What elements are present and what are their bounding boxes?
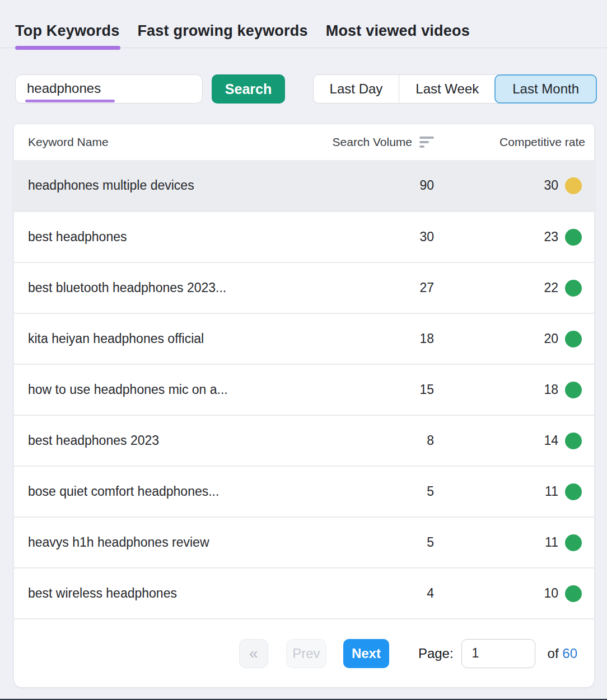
search-volume-cell: 27 [294, 280, 434, 295]
table-row[interactable]: heavys h1h headphones review 5 11 [14, 516, 594, 567]
results-table-card: Keyword Name Search Volume Competitive r… [14, 124, 594, 687]
column-header-keyword-name: Keyword Name [14, 135, 294, 149]
table-header-row: Keyword Name Search Volume Competitive r… [14, 124, 594, 160]
column-header-search-volume[interactable]: Search Volume [294, 135, 434, 149]
rate-value: 30 [544, 178, 558, 193]
tab-most-viewed-videos[interactable]: Most viewed videos [326, 22, 470, 48]
search-volume-cell: 5 [294, 484, 434, 499]
time-filter-group: Last Day Last Week Last Month [313, 74, 597, 104]
tab-fast-growing-keywords[interactable]: Fast growing keywords [137, 22, 307, 48]
search-volume-cell: 4 [294, 586, 434, 601]
search-input[interactable] [15, 74, 203, 104]
keyword-cell: bose quiet comfort headphones... [14, 484, 294, 499]
keyword-cell: best bluetooth headphones 2023... [14, 280, 294, 295]
table-body: headphones multiple devices 90 30 best h… [14, 160, 594, 618]
competitive-rate-cell: 18 [434, 382, 594, 398]
rate-dot-icon [565, 585, 582, 602]
table-row[interactable]: bose quiet comfort headphones... 5 11 [14, 466, 594, 516]
rate-dot-icon [565, 534, 582, 551]
column-header-competitive-rate: Competitive rate [434, 135, 594, 149]
keyword-cell: best headphones [14, 229, 294, 245]
page-number-input[interactable] [461, 639, 535, 668]
table-row[interactable]: best headphones 30 23 [14, 211, 594, 262]
filter-last-month[interactable]: Last Month [494, 74, 597, 104]
competitive-rate-cell: 10 [434, 585, 594, 602]
rate-dot-icon [565, 280, 582, 297]
table-row[interactable]: headphones multiple devices 90 30 [14, 160, 594, 211]
tab-top-keywords[interactable]: Top Keywords [15, 22, 119, 48]
rate-dot-icon [565, 177, 582, 194]
sort-descending-icon[interactable] [419, 137, 434, 148]
rate-dot-icon [565, 433, 582, 449]
rate-dot-icon [565, 483, 582, 500]
competitive-rate-cell: 11 [434, 534, 594, 551]
competitive-rate-cell: 23 [434, 229, 594, 246]
search-volume-cell: 8 [294, 433, 434, 448]
table-row[interactable]: best bluetooth headphones 2023... 27 22 [14, 262, 594, 313]
filter-last-day[interactable]: Last Day [314, 75, 399, 103]
of-label: of [548, 646, 559, 661]
keyword-cell: headphones multiple devices [14, 178, 294, 193]
pagination-bar: « Prev Next Page: of 60 [14, 618, 594, 687]
tab-bar: Top Keywords Fast growing keywords Most … [0, 0, 607, 48]
search-volume-label: Search Volume [333, 135, 412, 149]
search-volume-cell: 15 [294, 382, 434, 397]
keyword-cell: heavys h1h headphones review [14, 535, 294, 550]
rate-value: 23 [544, 229, 558, 245]
rate-value: 11 [545, 484, 558, 499]
page-label: Page: [418, 646, 454, 661]
rate-dot-icon [565, 229, 582, 246]
search-volume-cell: 90 [294, 178, 434, 193]
search-volume-cell: 5 [294, 535, 434, 550]
rate-value: 11 [545, 535, 558, 550]
competitive-rate-cell: 22 [434, 280, 594, 297]
prev-page-button[interactable]: Prev [286, 639, 326, 668]
controls-row: Search Last Day Last Week Last Month [15, 74, 597, 104]
table-row[interactable]: best headphones 2023 8 14 [14, 415, 594, 466]
keyword-cell: best headphones 2023 [14, 433, 294, 448]
rate-value: 22 [544, 280, 558, 295]
search-volume-cell: 18 [294, 331, 434, 346]
rate-value: 18 [544, 382, 558, 397]
rate-dot-icon [565, 382, 582, 398]
rate-value: 10 [544, 586, 558, 601]
total-pages-link[interactable]: 60 [562, 646, 577, 661]
next-page-button[interactable]: Next [343, 639, 389, 668]
search-field-wrapper [15, 74, 203, 104]
competitive-rate-cell: 11 [434, 483, 594, 500]
table-row[interactable]: how to use headphones mic on a... 15 18 [14, 364, 594, 415]
page-total: of 60 [548, 646, 577, 661]
keyword-cell: best wireless headphones [14, 586, 294, 601]
search-volume-cell: 30 [294, 229, 434, 245]
first-page-button[interactable]: « [239, 639, 268, 668]
search-button[interactable]: Search [212, 74, 285, 104]
filter-last-week[interactable]: Last Week [399, 75, 495, 103]
table-row[interactable]: best wireless headphones 4 10 [14, 567, 594, 618]
competitive-rate-cell: 20 [434, 331, 594, 347]
table-row[interactable]: kita heiyan headphones official 18 20 [14, 313, 594, 364]
rate-dot-icon [565, 331, 582, 347]
keyword-cell: how to use headphones mic on a... [14, 382, 294, 397]
keyword-cell: kita heiyan headphones official [14, 331, 294, 346]
competitive-rate-cell: 30 [434, 177, 594, 194]
competitive-rate-cell: 14 [434, 433, 594, 449]
rate-value: 14 [544, 433, 558, 448]
rate-value: 20 [544, 331, 558, 346]
